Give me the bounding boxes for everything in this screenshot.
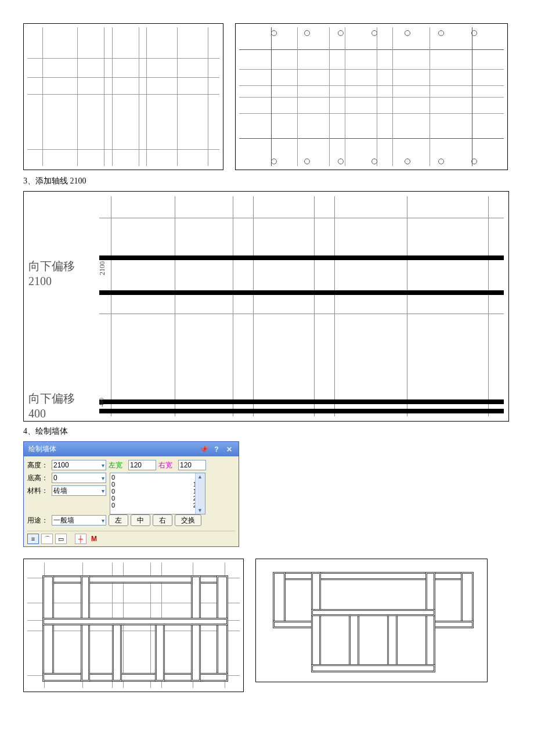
dim-400: 400 bbox=[98, 398, 104, 406]
swap-button[interactable]: 交换 bbox=[175, 514, 201, 526]
figure-wall-on-grid bbox=[23, 559, 244, 692]
width-listbox[interactable]: 060 0120 0180 0200 0240 bbox=[110, 473, 205, 514]
draw-wall-dialog: 绘制墙体 📌 ? ✕ 高度： 2100 左宽 右宽 bbox=[23, 441, 239, 547]
height-combo[interactable]: 2100 bbox=[52, 460, 106, 470]
dialog-title: 绘制墙体 bbox=[28, 444, 56, 454]
figure-grid-labeled bbox=[235, 23, 508, 170]
leftwidth-label: 左宽 bbox=[109, 460, 126, 470]
baseheight-combo[interactable]: 0 bbox=[52, 473, 106, 483]
leftwidth-input[interactable] bbox=[128, 460, 156, 470]
baseheight-label: 底高： bbox=[27, 473, 49, 483]
top-figure-row bbox=[23, 23, 511, 170]
align-left-button[interactable]: 左 bbox=[109, 514, 128, 526]
usage-label: 用途： bbox=[27, 516, 49, 525]
listbox-scrollbar[interactable] bbox=[195, 473, 205, 514]
close-icon[interactable]: ✕ bbox=[225, 445, 234, 453]
dialog-toolbar: ≡ ⌒ ▭ ┼ M bbox=[27, 531, 235, 544]
figure-wall-plan-clean bbox=[255, 559, 488, 682]
height-label: 高度： bbox=[27, 460, 49, 470]
mode-arc-icon[interactable]: ⌒ bbox=[41, 534, 53, 544]
m-label: M bbox=[91, 535, 97, 543]
pin-icon[interactable]: 📌 bbox=[199, 445, 208, 453]
material-combo[interactable]: 砖墙 bbox=[52, 485, 106, 496]
figure-axis-offset: 2100 400 向下偏移 2100 向下偏移 400 bbox=[23, 191, 509, 422]
offset-label-top: 向下偏移 2100 bbox=[28, 258, 75, 289]
usage-combo[interactable]: 一般墙 bbox=[52, 515, 106, 525]
rightwidth-label: 右宽 bbox=[158, 460, 176, 470]
section3-caption: 3、添加轴线 2100 bbox=[23, 176, 511, 186]
offset-label-bottom: 向下偏移 400 bbox=[28, 391, 75, 421]
dialog-titlebar[interactable]: 绘制墙体 📌 ? ✕ bbox=[24, 442, 239, 456]
bottom-figure-row bbox=[23, 559, 511, 692]
material-label: 材料： bbox=[27, 486, 49, 496]
dim-2100: 2100 bbox=[98, 261, 107, 275]
section4-caption: 4、绘制墙体 bbox=[23, 426, 511, 437]
help-icon[interactable]: ? bbox=[212, 445, 221, 453]
figure-grid-simple bbox=[23, 23, 223, 170]
mode-rect-icon[interactable]: ▭ bbox=[55, 534, 67, 544]
snap-cross-icon[interactable]: ┼ bbox=[75, 534, 86, 544]
align-mid-button[interactable]: 中 bbox=[131, 514, 150, 526]
mode-lines-icon[interactable]: ≡ bbox=[27, 534, 39, 544]
align-right-button[interactable]: 右 bbox=[153, 514, 172, 526]
rightwidth-input[interactable] bbox=[178, 460, 206, 470]
